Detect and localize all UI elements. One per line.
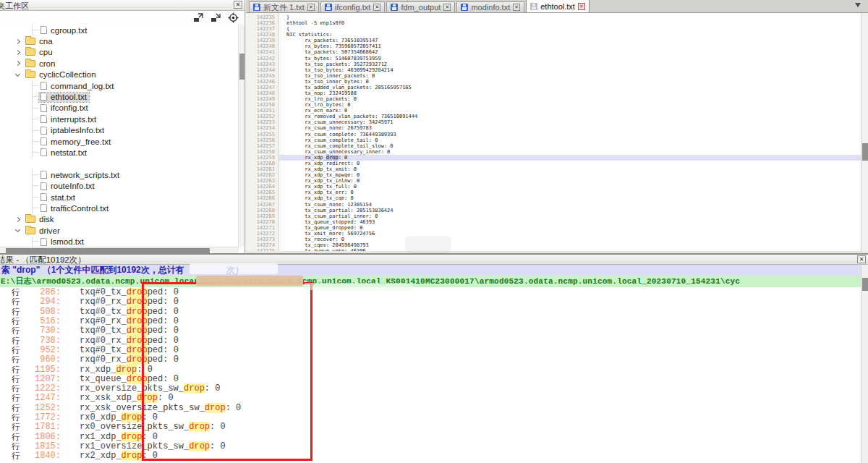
tree-vscroll-thumb[interactable] [239, 54, 244, 80]
search-result-row[interactable]: 行294:rxq#0_rx_dropped: 0 [0, 297, 861, 307]
tree-file-ethtool-txt[interactable]: ethtool.txt [0, 91, 239, 102]
tab--1-txt[interactable]: 新文件 1.txt✕ [249, 1, 319, 12]
result-row-label: 行 [12, 317, 20, 326]
chevron-right-icon[interactable] [15, 217, 20, 222]
chevron-down-icon[interactable] [15, 227, 20, 232]
search-result-row[interactable]: 行508:txq#0_tx_dropped: 0 [0, 307, 861, 317]
search-result-row[interactable]: 行738:rxq#0_rx_dropped: 0 [0, 336, 861, 346]
tab-close-icon[interactable]: ✕ [578, 3, 585, 10]
editor[interactable]: 142235}142236ethtool -S enp1s0f0142237{1… [246, 13, 868, 251]
result-match-highlight: drop [127, 336, 148, 346]
line-text: rx_xdp_drop: 0 [286, 155, 347, 161]
search-result-row[interactable]: 行1781:rx0_oversize_pkts_sw_drop: 0 [0, 422, 861, 432]
line-number: 142245 [246, 73, 275, 79]
chevron-right-icon[interactable] [15, 39, 20, 44]
line-number: 142264 [246, 184, 275, 190]
tree-file-trafficcontrol-txt[interactable]: trafficControl.txt [0, 203, 239, 213]
tree-file-iptablesinfo-txt[interactable]: iptablesInfo.txt [0, 125, 239, 136]
tree-file-ifconfig-txt[interactable]: ifconfig.txt [0, 103, 239, 114]
folder-icon [25, 227, 35, 234]
result-match-highlight: drop [116, 365, 137, 375]
tree-file-memory_free-txt[interactable]: memory_free.txt [0, 136, 239, 147]
search-result-row[interactable]: 行960:rxq#0_rx_dropped: 0 [0, 355, 861, 365]
tab-modinfo-txt[interactable]: modinfo.txt✕ [456, 1, 524, 12]
editor-line: 142261 rx_xdp_tx_xmit: 0 [246, 166, 868, 172]
search-result-row[interactable]: 行1806:rx1_xdp_drop: 0 [0, 433, 861, 442]
tab-close-icon[interactable]: ✕ [513, 4, 520, 11]
tree-horizontal-scrollbar[interactable] [0, 247, 239, 253]
results-vscroll-thumb[interactable] [862, 278, 868, 291]
tab-ethtool-txt[interactable]: ethtool.txt✕ [526, 0, 590, 12]
search-result-row[interactable]: 行1772:rx0_xdp_drop: 0 [0, 413, 861, 422]
line-text: tx_recover: 0 [286, 237, 344, 242]
tab-close-icon[interactable]: ✕ [307, 4, 315, 11]
search-result-row[interactable]: 行1252:rx_xsk_oversize_pkts_sw_drop: 0 [0, 404, 861, 413]
search-result-row[interactable]: 行1195:rx_xdp_drop: 0 [0, 365, 861, 375]
tree-folder-cna[interactable]: cna [0, 35, 239, 46]
editor-vertical-scrollbar[interactable] [861, 13, 868, 251]
folder-icon [25, 38, 35, 45]
editor-line: 142271 tx_queue_dropped: 0 [246, 225, 868, 231]
locate-file-icon[interactable] [228, 12, 239, 23]
expand-all-icon[interactable] [193, 12, 204, 22]
result-line-number: 1207: [20, 375, 61, 384]
tab-close-icon[interactable]: ✕ [373, 4, 380, 11]
tab-close-icon[interactable]: ✕ [443, 4, 451, 11]
result-file-path-line[interactable]: E:\日志\armod0523.odata.ncmp.unicom.locar(… [0, 276, 861, 287]
results-close-icon[interactable]: ✕ [857, 255, 866, 263]
search-result-row[interactable]: 行1207:tx_queue_dropped: 0 [0, 375, 861, 384]
search-result-row[interactable]: 行1840:rx2_xdp_drop: 0 [0, 451, 861, 461]
tab-ifconfig-txt[interactable]: ifconfig.txt✕ [320, 1, 386, 12]
search-result-row[interactable]: 行730:txq#0_tx_dropped: 0 [0, 326, 861, 336]
line-text: { [286, 26, 289, 32]
search-result-row[interactable]: 行286:txq#0_tx_dropped: 0 [0, 288, 861, 297]
results-vertical-scrollbar[interactable] [861, 265, 868, 463]
result-text-post: ped: 0 [148, 374, 179, 384]
line-number: 142256 [246, 137, 275, 143]
tree-file-command_log-txt[interactable]: command_log.txt [0, 80, 239, 91]
tree-folder-cpu[interactable]: cpu [0, 47, 239, 58]
chevron-right-icon[interactable] [15, 61, 20, 66]
result-line-number: 1840: [20, 451, 61, 461]
workspace-close-icon[interactable]: ✕ [234, 1, 242, 9]
line-text: rx_csum_complete_tail: 0 [286, 137, 378, 143]
tree-file-cgroup-txt[interactable]: cgroup.txt [0, 25, 239, 35]
line-number: 142238 [246, 32, 275, 38]
search-result-row[interactable]: 行1815:rx1_oversize_pkts_sw_drop: 0 [0, 442, 861, 451]
tree-file-routeinfo-txt[interactable]: routeInfo.txt [0, 180, 239, 191]
result-line-number: 730: [20, 326, 61, 336]
line-number: 142268 [246, 208, 275, 213]
editor-line: 142274 tx_cqes: 204596498793 [246, 242, 868, 248]
line-number: 142246 [246, 79, 275, 85]
tree-hscroll-thumb[interactable] [6, 248, 210, 253]
tree-file-interrupts-txt[interactable]: interrupts.txt [0, 114, 239, 124]
tab-list-arrow-icon[interactable] [855, 3, 861, 7]
search-result-row[interactable]: 行952:txq#0_tx_dropped: 0 [0, 346, 861, 355]
line-text: rx_xdp_tx_full: 0 [286, 184, 357, 190]
tree-vertical-scrollbar[interactable] [238, 25, 244, 247]
search-result-row[interactable]: 行516:rxq#0_rx_dropped: 0 [0, 317, 861, 326]
search-result-row[interactable]: 行1222:rx_oversize_pkts_sw_drop: 0 [0, 384, 861, 394]
tab-fdm_output[interactable]: fdm_output✕ [386, 1, 455, 12]
tree-folder-cycliccollection[interactable]: cyclicCollection [0, 69, 239, 80]
tree-file-lsmod-txt[interactable]: lsmod.txt [0, 236, 239, 247]
tree-file-netstat-txt[interactable]: netstat.txt [0, 147, 239, 158]
line-number: 142271 [246, 225, 275, 231]
tree-file-stat-txt[interactable]: stat.txt [0, 192, 239, 203]
workspace-panel-title: 夹工作区 [0, 1, 29, 11]
workspace-panel-header: 夹工作区 ✕ [0, 0, 244, 11]
search-result-row[interactable]: 行1247:rx_xsk_xdp_drop: 0 [0, 394, 861, 403]
search-summary-line[interactable]: 索 "drop" （1个文件中匹配到10192次，总计有次） [0, 265, 861, 276]
tree-folder-cron[interactable]: cron [0, 58, 239, 69]
result-text-pre: rxq#0_rx_ [80, 354, 127, 365]
chevron-right-icon[interactable] [15, 50, 20, 55]
tree-folder-driver[interactable]: driver [0, 225, 239, 236]
editor-vscroll-thumb[interactable] [862, 143, 868, 161]
tree-folder-disk[interactable]: disk [0, 214, 239, 225]
chevron-down-icon[interactable] [15, 72, 20, 77]
file-icon [41, 204, 47, 212]
collapse-all-icon[interactable] [210, 12, 221, 22]
result-match-highlight: drop [127, 374, 148, 384]
save-icon [253, 4, 260, 11]
tree-file-network_scripts-txt[interactable]: network_scripts.txt [0, 169, 239, 180]
